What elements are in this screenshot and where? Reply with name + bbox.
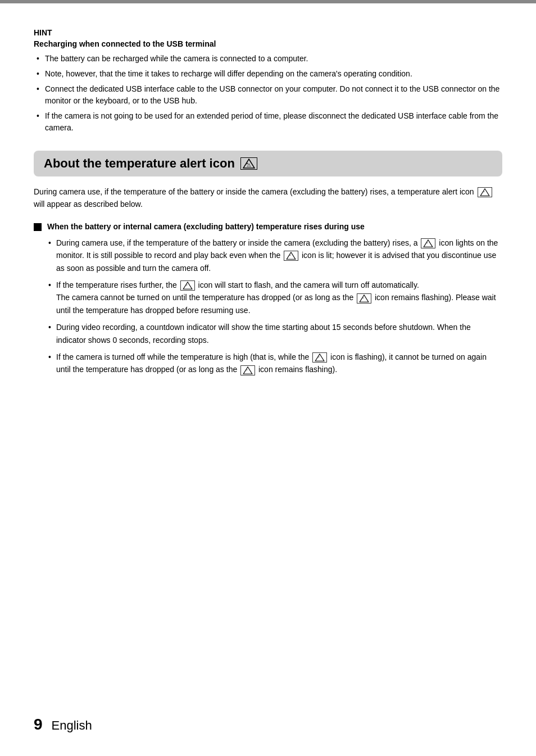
svg-line-12 <box>363 297 364 298</box>
page-footer: 9 English <box>34 716 92 734</box>
hint-bullet-4: If the camera is not going to be used fo… <box>34 110 502 134</box>
subsection-battery-temp: When the battery or internal camera (exc… <box>34 222 502 376</box>
top-border <box>0 0 536 3</box>
page-number: 9 <box>34 716 43 734</box>
sub-bullet-4-end: icon remains flashing). <box>258 365 337 374</box>
temp-icon-inline-1 <box>421 238 435 248</box>
svg-line-14 <box>319 357 320 358</box>
hint-section: HINT Recharging when connected to the US… <box>34 28 502 134</box>
intro-text-after: will appear as described below. <box>34 200 143 209</box>
svg-marker-3 <box>480 189 489 196</box>
black-square-icon <box>34 223 42 231</box>
svg-line-8 <box>290 255 291 256</box>
svg-line-6 <box>427 243 428 244</box>
hint-bullet-2: Note, however, that the time it takes to… <box>34 68 502 80</box>
temp-alert-icon-header: ⚠ <box>240 157 257 170</box>
temp-icon-inline-5 <box>312 352 327 363</box>
svg-marker-15 <box>243 366 252 373</box>
temp-icon-inline-4 <box>357 293 371 304</box>
temp-icon-inline-3 <box>180 280 195 291</box>
svg-marker-11 <box>360 295 369 301</box>
temp-icon-inline-6 <box>240 365 255 375</box>
sub-bullet-2: If the temperature rises further, the ic… <box>47 279 502 316</box>
section-intro: During camera use, if the temperature of… <box>34 185 502 211</box>
hint-bullet-list: The battery can be recharged while the c… <box>34 53 502 134</box>
intro-text-before: During camera use, if the temperature of… <box>34 187 474 196</box>
svg-line-16 <box>247 369 248 370</box>
hint-subtitle: Recharging when connected to the USB ter… <box>34 39 502 48</box>
sub-bullet-3: During video recording, a countdown indi… <box>47 321 502 346</box>
section-header: About the temperature alert icon ⚠ <box>34 151 502 176</box>
page-container: HINT Recharging when connected to the US… <box>0 0 536 756</box>
sub-bullet-4-text: If the camera is turned off while the te… <box>56 352 311 361</box>
svg-marker-9 <box>183 282 192 289</box>
subsection-bullet-list: During camera use, if the temperature of… <box>34 237 502 376</box>
sub-bullet-2-continuation: The camera cannot be turned on until the… <box>56 293 356 302</box>
svg-line-4 <box>483 192 484 193</box>
svg-marker-5 <box>424 240 433 247</box>
hint-title: HINT <box>34 28 502 37</box>
subsection-title: When the battery or internal camera (exc… <box>47 222 365 231</box>
sub-bullet-3-text: During video recording, a countdown indi… <box>56 323 471 344</box>
temp-alert-icon-inline-intro <box>478 187 492 197</box>
svg-line-10 <box>186 285 187 286</box>
page-language: English <box>52 718 92 733</box>
svg-marker-13 <box>315 354 324 361</box>
hint-bullet-1: The battery can be recharged while the c… <box>34 53 502 65</box>
sub-bullet-2-mid: icon will start to flash, and the camera… <box>198 280 419 289</box>
section-title: About the temperature alert icon <box>44 156 235 171</box>
subsection-header: When the battery or internal camera (exc… <box>34 222 502 231</box>
temp-icon-inline-2 <box>284 251 298 261</box>
sub-bullet-1: During camera use, if the temperature of… <box>47 237 502 274</box>
svg-marker-7 <box>287 252 296 259</box>
sub-bullet-2-text: If the temperature rises further, the <box>56 280 179 289</box>
hint-bullet-3: Connect the dedicated USB interface cabl… <box>34 83 502 107</box>
sub-bullet-4: If the camera is turned off while the te… <box>47 351 502 376</box>
sub-bullet-1-text: During camera use, if the temperature of… <box>56 238 420 247</box>
